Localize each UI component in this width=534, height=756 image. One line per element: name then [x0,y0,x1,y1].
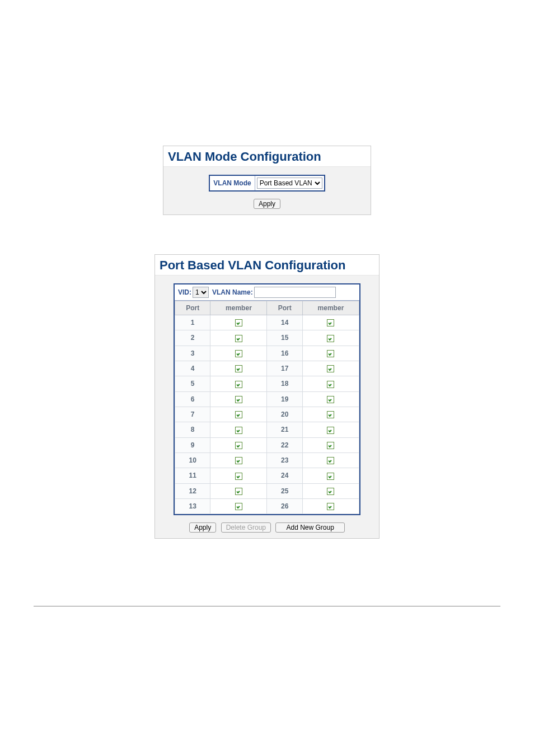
member-checkbox[interactable] [327,396,334,403]
delete-group-button[interactable]: Delete Group [221,522,271,533]
table-row: 1326 [175,498,359,514]
member-cell [210,330,267,346]
member-checkbox[interactable] [235,335,242,342]
vid-select[interactable]: 1 [193,287,209,298]
member-cell [210,452,267,468]
member-checkbox[interactable] [327,319,334,326]
table-row: 114 [175,315,359,330]
member-checkbox[interactable] [327,381,334,388]
member-checkbox[interactable] [327,365,334,372]
table-row: 215 [175,330,359,346]
apply-button[interactable]: Apply [254,199,280,209]
port-number: 7 [175,407,210,422]
member-checkbox[interactable] [327,442,334,449]
member-checkbox[interactable] [327,503,334,510]
table-row: 518 [175,376,359,391]
port-number: 19 [267,391,302,407]
port-number: 25 [267,483,302,498]
port-number: 9 [175,437,210,452]
port-number: 2 [175,330,210,346]
port-number: 26 [267,498,302,514]
table-row: 1225 [175,483,359,498]
member-cell [210,437,267,452]
port-number: 21 [267,422,302,437]
table-row: 922 [175,437,359,452]
member-checkbox[interactable] [235,457,242,464]
member-checkbox[interactable] [235,473,242,480]
member-checkbox[interactable] [327,427,334,434]
footer-divider [34,606,500,606]
vid-label: VID: [178,288,191,296]
member-checkbox[interactable] [235,427,242,434]
member-checkbox[interactable] [235,411,242,418]
member-cell [302,468,359,483]
member-checkbox[interactable] [235,365,242,372]
port-number: 22 [267,437,302,452]
member-cell [210,483,267,498]
port-header: Port [267,301,302,315]
member-cell [302,437,359,452]
member-cell [210,346,267,361]
member-cell [302,422,359,437]
member-checkbox[interactable] [235,350,242,357]
member-checkbox[interactable] [327,473,334,480]
port-number: 18 [267,376,302,391]
table-row: 316 [175,346,359,361]
table-row: 1124 [175,468,359,483]
vlan-name-input[interactable] [254,287,336,298]
member-cell [210,361,267,376]
member-checkbox[interactable] [327,411,334,418]
member-checkbox[interactable] [327,335,334,342]
port-number: 1 [175,315,210,330]
member-checkbox[interactable] [235,381,242,388]
port-based-vlan-title: Port Based VLAN Configuration [155,255,379,276]
port-number: 8 [175,422,210,437]
port-number: 15 [267,330,302,346]
vid-bar: VID: 1 VLAN Name: [175,284,359,301]
table-row: 720 [175,407,359,422]
port-number: 13 [175,498,210,514]
member-cell [210,391,267,407]
member-header: member [210,301,267,315]
vlan-mode-select[interactable]: Port Based VLAN [257,178,322,189]
port-config-container: VID: 1 VLAN Name: Port member Port membe… [174,283,360,515]
port-number: 17 [267,361,302,376]
member-checkbox[interactable] [235,488,242,495]
port-based-vlan-panel: Port Based VLAN Configuration VID: 1 VLA… [154,254,380,539]
add-new-group-button[interactable]: Add New Group [275,522,344,533]
member-checkbox[interactable] [327,350,334,357]
port-number: 14 [267,315,302,330]
member-cell [302,452,359,468]
port-number: 11 [175,468,210,483]
member-cell [210,498,267,514]
member-cell [302,407,359,422]
member-cell [302,391,359,407]
port-number: 3 [175,346,210,361]
table-row: 1023 [175,452,359,468]
port-number: 12 [175,483,210,498]
member-checkbox[interactable] [235,503,242,510]
member-checkbox[interactable] [327,488,334,495]
port-number: 4 [175,361,210,376]
port-number: 5 [175,376,210,391]
port-header: Port [175,301,210,315]
vlan-mode-label: VLAN Mode [210,176,254,190]
member-cell [302,346,359,361]
apply-button[interactable]: Apply [189,522,216,533]
member-checkbox[interactable] [235,319,242,326]
member-cell [210,407,267,422]
vlan-mode-table: VLAN Mode Port Based VLAN [209,175,325,192]
port-number: 10 [175,452,210,468]
member-cell [302,315,359,330]
member-cell [210,468,267,483]
port-number: 16 [267,346,302,361]
port-number: 24 [267,468,302,483]
member-checkbox[interactable] [327,457,334,464]
member-checkbox[interactable] [235,442,242,449]
port-member-table: Port member Port member 1142153164175186… [175,301,359,514]
table-row: 821 [175,422,359,437]
vlan-name-label: VLAN Name: [212,288,253,296]
member-checkbox[interactable] [235,396,242,403]
member-cell [302,376,359,391]
member-cell [210,315,267,330]
